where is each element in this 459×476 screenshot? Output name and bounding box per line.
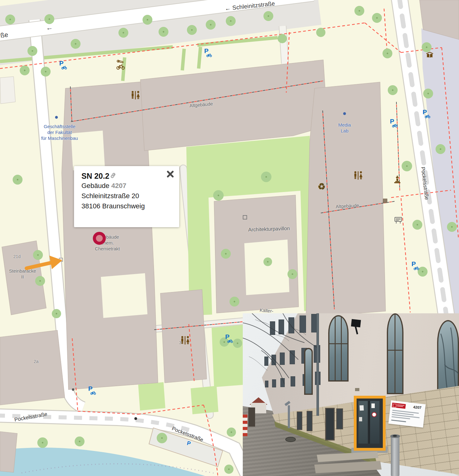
popup-title-row: SN 20.2 [81, 172, 179, 181]
door-notice [371, 403, 375, 408]
tu-logo [392, 403, 406, 409]
striped-barrier [243, 415, 247, 436]
basement-window [297, 411, 302, 430]
no-entry-sign [372, 412, 377, 417]
permalink-icon[interactable] [110, 172, 116, 181]
downpipe-elbow [288, 405, 290, 428]
arched-window [387, 313, 403, 394]
sign-building-number: 4207 [413, 405, 424, 410]
poi-dot [343, 112, 346, 115]
popup-close-icon[interactable] [166, 170, 174, 178]
popup-address-street: Schleinitzstraße 20 [81, 191, 179, 201]
door-stile [368, 401, 370, 444]
popup-building-line: Gebäude 4207 [81, 181, 179, 191]
bare-tree-branches [243, 313, 348, 397]
popup-title: SN 20.2 [81, 172, 109, 181]
popup-address-city: 38106 Braunschweig [81, 201, 179, 211]
background-shed [248, 407, 255, 427]
basement-window [307, 411, 312, 431]
building-popup: SN 20.2 Gebäude 4207 Schleinitzstraße 20… [74, 166, 179, 227]
manhole-cover [285, 437, 296, 442]
building-number: 4207 [111, 182, 126, 190]
highlighted-entrance-door [354, 396, 386, 451]
door-notice [360, 405, 364, 411]
basement-window [325, 408, 335, 441]
door-notice [359, 417, 362, 421]
basement-window [336, 408, 343, 429]
trash-bin-hole [393, 435, 397, 437]
location-marker[interactable] [93, 232, 106, 245]
entrance-node [59, 258, 63, 261]
wall-plaque [355, 388, 359, 391]
poi-dot [55, 116, 58, 119]
trash-bin [391, 436, 399, 476]
building-sign: 4207 [388, 400, 426, 428]
map-screenshot: ← Schleinitzstraße ← ße Geschäftsstelled… [0, 0, 459, 476]
entrance-photo-inset: 4207 [243, 313, 459, 476]
